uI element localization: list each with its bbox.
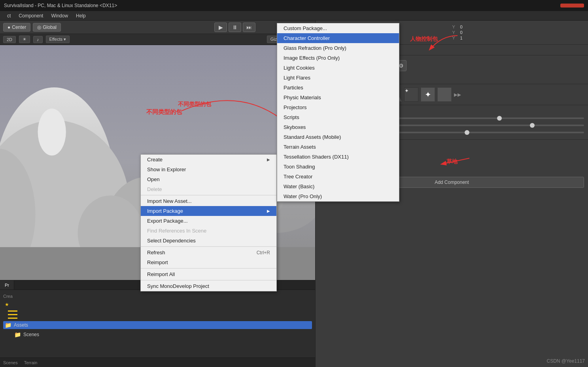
lighting-button[interactable]: ☀: [19, 36, 30, 43]
2d-button[interactable]: 2D: [3, 36, 16, 43]
submenu-particles[interactable]: Particles: [277, 83, 399, 93]
transform-y0: Y0: [452, 25, 584, 29]
submenu-character-controller[interactable]: Character Controller: [277, 33, 399, 43]
target-strength-handle[interactable]: [465, 130, 469, 135]
submenu-water-pro[interactable]: Water (Pro Only): [277, 191, 399, 201]
scripts-label: Scripts: [284, 114, 299, 120]
pause-button[interactable]: ⏸: [229, 23, 241, 32]
ctx-import-package-label: Import Package: [147, 208, 183, 214]
tab-project[interactable]: Pr: [0, 280, 14, 289]
context-menu: Create ▶ Show in Explorer Open Delete Im…: [140, 154, 277, 291]
viewport-toolbar: 2D ☀ ♪ Effects ▾ Gizmos ▾ Q:All: [0, 34, 315, 45]
asset-item-2: [8, 314, 17, 315]
water-basic-label: Water (Basic): [284, 184, 314, 189]
particles-label: Particles: [284, 85, 303, 91]
ctx-sync-mono[interactable]: Sync MonoDevelop Project: [141, 281, 276, 291]
play-button[interactable]: ▶: [214, 23, 227, 32]
projectors-label: Projectors: [284, 104, 307, 110]
ctx-open[interactable]: Open: [141, 174, 276, 184]
submenu-tree-creator[interactable]: Tree Creator: [277, 172, 399, 182]
ctx-reimport[interactable]: Reimport: [141, 257, 276, 267]
menu-component[interactable]: Component: [15, 11, 47, 20]
ctx-find-references-label: Find References In Scene: [147, 228, 206, 234]
ctx-reimport-all-label: Reimport All: [147, 271, 175, 277]
ctx-create-label: Create: [147, 157, 163, 163]
submenu-physic-materials[interactable]: Physic Materials: [277, 93, 399, 102]
center-dot: ●: [8, 25, 10, 30]
ctx-find-references: Find References In Scene: [141, 226, 276, 236]
ctx-reimport-label: Reimport: [147, 259, 168, 265]
svg-point-11: [38, 108, 66, 155]
custom-package-label: Custom Package...: [284, 25, 327, 31]
image-effects-label: Image Effects (Pro Only): [284, 55, 340, 61]
center-button[interactable]: ● Center: [3, 23, 30, 32]
toon-shading-label: Toon Shading: [284, 164, 315, 170]
assets-root-folder[interactable]: 📁 Assets: [3, 321, 312, 329]
ctx-delete-label: Delete: [147, 186, 162, 192]
ctx-delete: Delete: [141, 184, 276, 194]
glass-refraction-label: Glass Refraction (Pro Only): [284, 45, 346, 51]
light-cookies-label: Light Cookies: [284, 65, 315, 71]
scenes-tab[interactable]: Scenes: [3, 360, 18, 365]
submenu-scripts[interactable]: Scripts: [277, 112, 399, 122]
ctx-reimport-all[interactable]: Reimport All: [141, 269, 276, 279]
submenu-terrain-assets[interactable]: Terrain Assets: [277, 142, 399, 152]
ctx-sep1: [141, 195, 276, 195]
playback-controls: ▶ ⏸ ⏭: [214, 23, 255, 32]
menu-window[interactable]: Window: [47, 11, 72, 20]
assets-label: Assets: [14, 322, 28, 328]
audio-button[interactable]: ♪: [33, 36, 43, 43]
target-strength-slider[interactable]: [367, 132, 584, 133]
csdn-watermark: CSDN @Yee1117: [547, 358, 585, 364]
submenu-skyboxes[interactable]: Skyboxes: [277, 122, 399, 132]
menu-ct[interactable]: ct: [3, 11, 15, 20]
brush-7[interactable]: [437, 87, 452, 102]
standard-assets-label: Standard Assets (Mobile): [284, 134, 341, 140]
brush-size-slider[interactable]: [367, 117, 584, 119]
ctx-create[interactable]: Create ▶: [141, 155, 276, 165]
transform-y0b: Y0: [452, 30, 584, 35]
ctx-show-explorer[interactable]: Show in Explorer: [141, 165, 276, 174]
brush-size-handle[interactable]: [497, 116, 502, 121]
scenes-folder-row: 📁 Scenes: [3, 331, 312, 339]
brush-5[interactable]: ✦: [404, 87, 418, 102]
menu-help[interactable]: Help: [72, 11, 90, 20]
scenes-label: Scenes: [23, 332, 39, 337]
effects-button[interactable]: Effects ▾: [46, 36, 70, 43]
ctx-refresh[interactable]: Refresh Ctrl+R: [141, 248, 276, 257]
ctx-create-arrow: ▶: [267, 157, 270, 162]
submenu-image-effects[interactable]: Image Effects (Pro Only): [277, 53, 399, 63]
submenu-projectors[interactable]: Projectors: [277, 102, 399, 112]
tessellation-label: Tessellation Shaders (DX11): [284, 154, 349, 160]
title-bar: SurvivalIsland - PC, Mac & Linux Standal…: [0, 0, 588, 11]
submenu-custom-package[interactable]: Custom Package...: [277, 23, 399, 33]
submenu-tessellation[interactable]: Tessellation Shaders (DX11): [277, 152, 399, 162]
create-label: Crea: [3, 293, 312, 299]
ctx-refresh-label: Refresh: [147, 250, 165, 255]
terrain-tab[interactable]: Terrain: [24, 360, 38, 365]
close-button[interactable]: [560, 4, 584, 8]
scenes-folder[interactable]: 📁 Scenes: [13, 331, 312, 339]
ctx-select-dependencies[interactable]: Select Dependencies: [141, 236, 276, 246]
physic-materials-label: Physic Materials: [284, 95, 321, 100]
global-button[interactable]: ◎ Global: [33, 23, 61, 32]
ctx-show-explorer-label: Show in Explorer: [147, 166, 186, 172]
submenu-water-basic[interactable]: Water (Basic): [277, 182, 399, 191]
terrain-assets-label: Terrain Assets: [284, 144, 316, 150]
favorites-star: ★: [5, 302, 9, 307]
submenu-light-flares[interactable]: Light Flares: [277, 73, 399, 83]
ctx-sep3: [141, 268, 276, 269]
ctx-import-new[interactable]: Import New Asset...: [141, 196, 276, 206]
submenu-standard-assets[interactable]: Standard Assets (Mobile): [277, 132, 399, 142]
assets-folder[interactable]: ★: [3, 301, 312, 308]
ctx-select-deps-label: Select Dependencies: [147, 238, 196, 244]
brush-6[interactable]: ✦: [421, 87, 435, 102]
ctx-import-package[interactable]: Import Package ▶: [141, 206, 276, 216]
submenu-light-cookies[interactable]: Light Cookies: [277, 63, 399, 73]
ctx-export-package[interactable]: Export Package...: [141, 216, 276, 226]
submenu-glass-refraction[interactable]: Glass Refraction (Pro Only): [277, 43, 399, 53]
opacity-handle[interactable]: [530, 123, 535, 128]
opacity-slider[interactable]: [367, 125, 584, 126]
step-button[interactable]: ⏭: [243, 23, 255, 32]
submenu-toon-shading[interactable]: Toon Shading: [277, 162, 399, 172]
